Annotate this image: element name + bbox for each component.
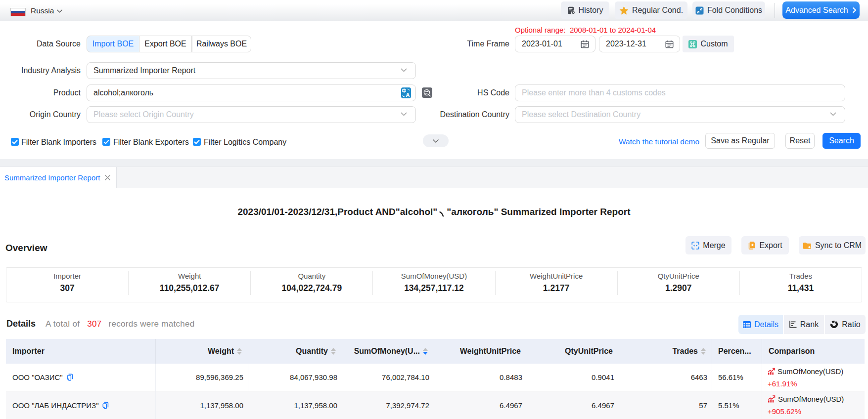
svg-text:A: A — [406, 92, 410, 98]
